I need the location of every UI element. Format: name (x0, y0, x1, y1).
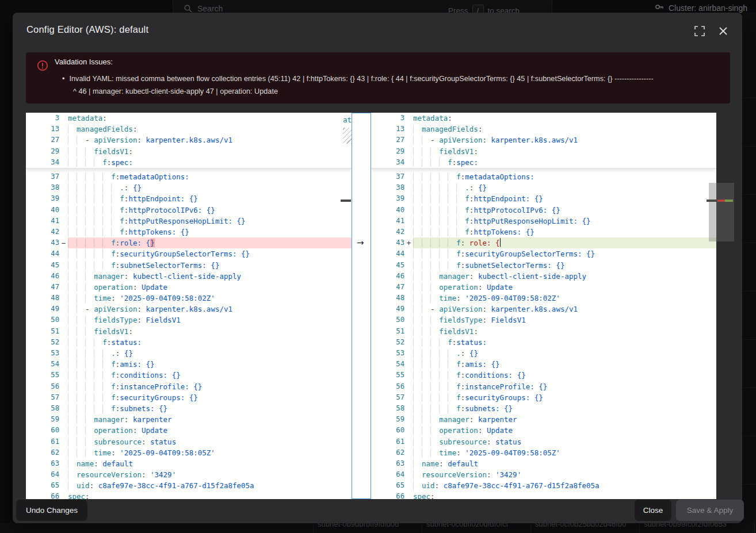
code-line[interactable]: 13 managedFields: (371, 124, 716, 135)
close-icon[interactable] (717, 25, 729, 37)
diff-sash[interactable]: → (352, 113, 371, 499)
code-line[interactable]: 64 resourceVersion: '3429' (371, 469, 716, 480)
fullscreen-icon[interactable] (694, 25, 705, 37)
code-line[interactable]: 52 f:status: (26, 337, 352, 348)
code-line[interactable]: 27 - apiVersion: karpenter.k8s.aws/v1 (371, 135, 716, 145)
code-line[interactable]: 44 f:securityGroupSelectorTerms: {} (371, 248, 716, 259)
save-apply-button[interactable]: Save & Apply (676, 500, 744, 521)
line-number: 53 (371, 348, 404, 359)
code-line[interactable]: 49 - apiVersion: karpenter.k8s.aws/v1 (26, 304, 352, 315)
code-line[interactable]: 57 f:securityGroups: {} (26, 392, 352, 403)
code-line[interactable]: 60 operation: Update (371, 425, 716, 436)
line-number: 44 (26, 248, 59, 259)
code-line[interactable]: 38 .: {} (371, 182, 716, 193)
code-line[interactable]: 46 manager: kubectl-client-side-apply (26, 271, 352, 282)
code-line[interactable]: 66 spec: (26, 491, 352, 499)
code-line[interactable]: 58 f:subnets: {} (371, 403, 716, 414)
code-line[interactable]: 27 - apiVersion: karpenter.k8s.aws/v1 (26, 135, 352, 145)
line-number: 3 (371, 113, 404, 124)
line-number: 47 (26, 282, 59, 293)
line-number: 60 (26, 425, 59, 436)
code-line[interactable]: 53 .: {} (371, 348, 716, 359)
line-number: 13 (371, 124, 404, 135)
code-line[interactable]: 40 f:httpProtocolIPv6: {} (26, 205, 352, 216)
code-line[interactable]: 46 manager: kubectl-client-side-apply (371, 271, 716, 282)
code-line[interactable]: 39 f:httpEndpoint: {} (371, 193, 716, 204)
line-number: 57 (371, 392, 404, 403)
line-number: 46 (26, 271, 59, 282)
code-line[interactable]: 34 f:spec: (371, 157, 716, 168)
code-line[interactable]: 47 operation: Update (371, 282, 716, 293)
code-line[interactable]: 47 operation: Update (26, 282, 352, 293)
code-line[interactable]: 45 f:subnetSelectorTerms: {} (26, 260, 352, 271)
code-line[interactable]: 3 metadata: (371, 113, 716, 124)
code-line[interactable]: 61 subresource: status (371, 436, 716, 447)
code-line[interactable]: 63 name: default (26, 458, 352, 469)
code-line[interactable]: 40 f:httpProtocolIPv6: {} (371, 205, 716, 216)
code-line[interactable]: 51 fieldsV1: (26, 326, 352, 337)
code-line[interactable]: 37 f:metadataOptions: (26, 171, 352, 182)
code-line[interactable]: 54 f:amis: {} (26, 359, 352, 370)
code-line[interactable]: 49 - apiVersion: karpenter.k8s.aws/v1 (371, 304, 716, 315)
line-number: 29 (26, 146, 59, 157)
line-number: 52 (371, 337, 404, 348)
code-line[interactable]: 53 .: {} (26, 348, 352, 359)
code-line[interactable]: 29 fieldsV1: (26, 146, 352, 157)
code-line[interactable]: 48 time: '2025-09-04T09:58:02Z' (371, 293, 716, 304)
code-line[interactable]: 59 manager: karpenter (371, 414, 716, 425)
code-line[interactable]: 43+ f: role: { (371, 237, 716, 248)
line-number: 42 (371, 227, 404, 237)
code-line[interactable]: 58 f:subnets: {} (26, 403, 352, 414)
code-line[interactable]: 45 f:subnetSelectorTerms: {} (371, 260, 716, 271)
code-line[interactable]: 41 f:httpPutResponseHopLimit: {} (26, 216, 352, 227)
code-line[interactable]: 29 fieldsV1: (371, 146, 716, 157)
code-line[interactable]: 42 f:httpTokens: {} (371, 227, 716, 237)
code-line[interactable]: 65 uid: c8afe97e-38cc-4f91-a767-d15f2a8f… (26, 480, 352, 491)
code-line[interactable]: 41 f:httpPutResponseHopLimit: {} (371, 216, 716, 227)
code-line[interactable]: 42 f:httpTokens: {} (26, 227, 352, 237)
code-line[interactable]: 59 manager: karpenter (26, 414, 352, 425)
code-line[interactable]: 51 fieldsV1: (371, 326, 716, 337)
code-line[interactable]: 37 f:metadataOptions: (371, 171, 716, 182)
code-line[interactable]: 43− f:role: {} (26, 237, 352, 248)
code-line[interactable]: 3 metadata: (26, 113, 352, 124)
line-number: 63 (371, 458, 404, 469)
line-number: 37 (371, 171, 404, 182)
code-line[interactable]: 55 f:conditions: {} (371, 370, 716, 381)
code-line[interactable]: 34 f:spec: (26, 157, 352, 168)
close-button[interactable]: Close (635, 500, 671, 521)
code-line[interactable]: 61 subresource: status (26, 436, 352, 447)
line-number: 38 (371, 182, 404, 193)
undo-changes-button[interactable]: Undo Changes (16, 500, 87, 521)
code-line[interactable]: 55 f:conditions: {} (26, 370, 352, 381)
code-line[interactable]: 60 operation: Update (26, 425, 352, 436)
code-line[interactable]: 62 time: '2025-09-04T09:58:05Z' (26, 447, 352, 458)
line-number: 13 (26, 124, 59, 135)
code-line[interactable]: 13 managedFields: (26, 124, 352, 135)
line-number: 41 (371, 216, 404, 227)
code-line[interactable]: 54 f:amis: {} (371, 359, 716, 370)
code-line[interactable]: 56 f:instanceProfile: {} (26, 381, 352, 392)
code-line[interactable]: 44 f:securityGroupSelectorTerms: {} (26, 248, 352, 259)
code-line[interactable]: 64 resourceVersion: '3429' (26, 469, 352, 480)
line-number: 59 (371, 414, 404, 425)
diff-pane-original[interactable]: 37 f:metadataOptions:38 .: {}39 f:httpEn… (26, 113, 352, 499)
code-line[interactable]: 38 .: {} (26, 182, 352, 193)
code-line[interactable]: 39 f:httpEndpoint: {} (26, 193, 352, 204)
line-number: 48 (371, 293, 404, 304)
code-line[interactable]: 48 time: '2025-09-04T09:58:02Z' (26, 293, 352, 304)
code-line[interactable]: 50 fieldsType: FieldsV1 (371, 315, 716, 325)
scrollbar-slider[interactable] (709, 183, 734, 241)
code-line[interactable]: 56 f:instanceProfile: {} (371, 381, 716, 392)
code-line[interactable]: 63 name: default (371, 458, 716, 469)
line-number: 53 (26, 348, 59, 359)
code-line[interactable]: 62 time: '2025-09-04T09:58:05Z' (371, 447, 716, 458)
revert-diff-arrow-icon[interactable]: → (357, 237, 364, 248)
diff-pane-modified[interactable]: 37 f:metadataOptions:38 .: {}39 f:httpEn… (371, 113, 716, 499)
code-line[interactable]: 52 f:status: (371, 337, 716, 348)
code-line[interactable]: 50 fieldsType: FieldsV1 (26, 315, 352, 325)
line-number: 43 (371, 237, 404, 248)
code-line[interactable]: 66 spec: (371, 491, 716, 499)
code-line[interactable]: 65 uid: c8afe97e-38cc-4f91-a767-d15f2a8f… (371, 480, 716, 491)
code-line[interactable]: 57 f:securityGroups: {} (371, 392, 716, 403)
